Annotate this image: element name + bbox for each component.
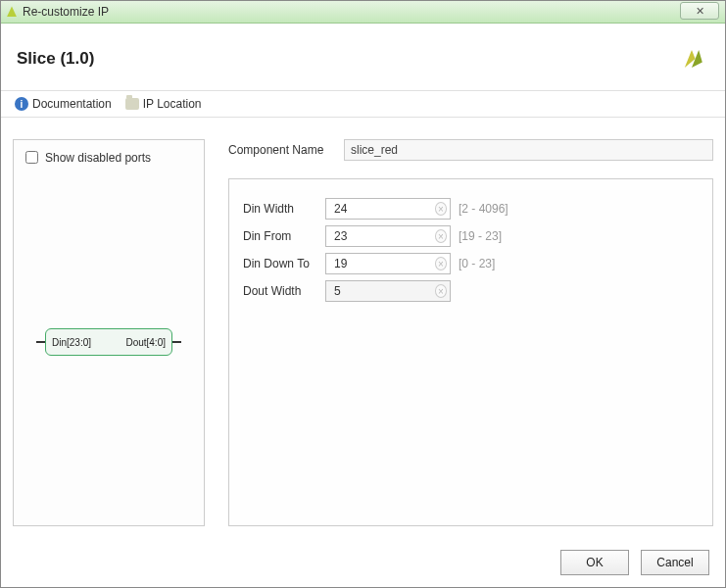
cancel-button[interactable]: Cancel (641, 550, 709, 575)
port-out-label: Dout[4:0] (125, 337, 166, 348)
show-disabled-ports-label: Show disabled ports (45, 151, 151, 165)
param-label: Din From (243, 229, 317, 243)
din-down-to-input[interactable] (332, 256, 435, 271)
dout-width-input-wrap: × (325, 280, 451, 302)
ip-block: Din[23:0] Dout[4:0] (45, 328, 172, 356)
param-row-din-from: Din From × [19 - 23] (243, 222, 699, 250)
param-range: [19 - 23] (459, 229, 502, 243)
component-name-input[interactable] (344, 139, 713, 161)
component-name-label: Component Name (228, 143, 336, 157)
documentation-label: Documentation (32, 97, 112, 111)
svg-marker-0 (7, 6, 17, 17)
show-disabled-ports-checkbox[interactable]: Show disabled ports (22, 148, 196, 167)
header: Slice (1.0) (1, 24, 725, 91)
ok-label: OK (586, 556, 603, 569)
close-button[interactable]: ✕ (680, 2, 719, 20)
folder-icon (125, 98, 139, 110)
ip-location-link[interactable]: IP Location (125, 97, 202, 111)
din-from-input[interactable] (332, 228, 435, 244)
port-in-label: Din[23:0] (52, 337, 91, 348)
config-pane: Component Name Din Width × [2 - 4096] Di… (228, 139, 713, 526)
din-down-to-input-wrap: × (325, 253, 451, 274)
param-range: [2 - 4096] (459, 202, 508, 216)
page-title: Slice (1.0) (17, 49, 94, 69)
param-label: Dout Width (243, 284, 317, 298)
din-width-input[interactable] (332, 201, 435, 217)
clear-icon[interactable]: × (435, 202, 447, 216)
window-title: Re-customize IP (23, 5, 109, 19)
block-preview: Din[23:0] Dout[4:0] (22, 167, 196, 517)
parameters-panel: Din Width × [2 - 4096] Din From × [19 - … (228, 178, 713, 526)
clear-icon[interactable]: × (435, 229, 447, 243)
param-label: Din Down To (243, 257, 317, 270)
component-name-row: Component Name (228, 139, 713, 161)
documentation-link[interactable]: i Documentation (15, 97, 112, 111)
footer: OK Cancel (1, 540, 725, 588)
dout-width-input (332, 283, 435, 299)
body: Show disabled ports Din[23:0] Dout[4:0] … (1, 118, 725, 540)
param-range: [0 - 23] (459, 257, 495, 270)
ok-button[interactable]: OK (560, 550, 629, 575)
param-label: Din Width (243, 202, 317, 216)
dialog-content: Slice (1.0) i Documentation IP Location … (1, 24, 725, 588)
preview-pane: Show disabled ports Din[23:0] Dout[4:0] (13, 139, 205, 526)
vendor-logo-icon (674, 41, 709, 76)
info-icon: i (15, 97, 28, 111)
din-width-input-wrap: × (325, 198, 451, 220)
param-row-din-down-to: Din Down To × [0 - 23] (243, 250, 699, 277)
toolbar: i Documentation IP Location (1, 91, 725, 118)
cancel-label: Cancel (656, 556, 693, 569)
show-disabled-ports-input[interactable] (25, 151, 38, 164)
param-row-din-width: Din Width × [2 - 4096] (243, 195, 699, 222)
param-row-dout-width: Dout Width × (243, 277, 699, 305)
clear-icon[interactable]: × (435, 257, 447, 270)
titlebar: Re-customize IP ✕ (1, 1, 725, 24)
ip-location-label: IP Location (143, 97, 202, 111)
app-icon (5, 5, 19, 19)
clear-icon: × (435, 284, 447, 298)
din-from-input-wrap: × (325, 225, 451, 247)
